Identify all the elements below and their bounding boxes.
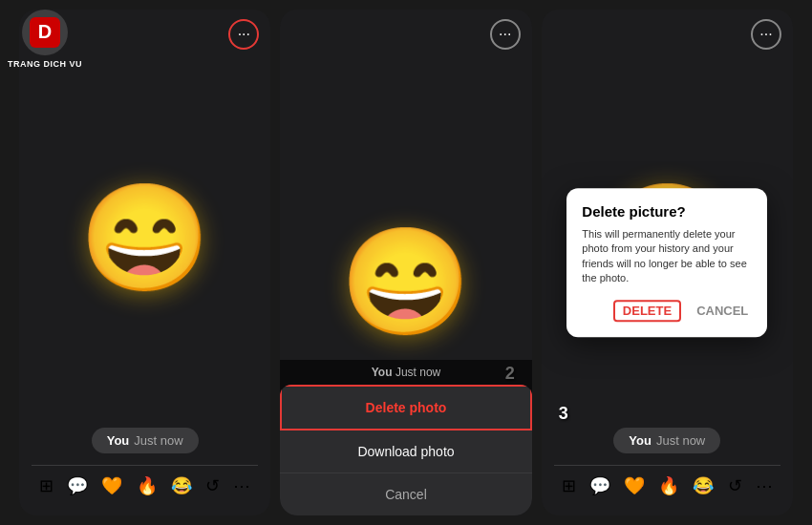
more-dots-icon: ··· xyxy=(238,26,250,43)
heart-icon-p3[interactable]: 🧡 xyxy=(620,473,649,498)
more-options-button-panel2[interactable]: ··· xyxy=(490,19,521,50)
comment-icon[interactable]: 💬 xyxy=(63,473,92,498)
svg-text:D: D xyxy=(38,21,52,42)
dialog-cancel-button[interactable]: CANCEL xyxy=(693,302,752,320)
grid-icon[interactable]: ⊞ xyxy=(35,473,57,498)
cancel-option[interactable]: Cancel xyxy=(280,473,531,515)
panel2-blur-message: You Just now xyxy=(280,360,531,385)
laugh-icon[interactable]: 😂 xyxy=(167,473,196,498)
panel3-time: Just now xyxy=(656,433,705,448)
delete-photo-option[interactable]: Delete photo xyxy=(280,385,531,430)
panel3-message-bubble: You Just now xyxy=(613,428,720,453)
watermark: D TRANG DICH VU xyxy=(8,8,82,70)
watermark-text: TRANG DICH VU xyxy=(8,59,82,70)
react-icon-p3[interactable]: ↺ xyxy=(724,473,746,498)
dialog-actions: DELETE CANCEL xyxy=(582,300,752,322)
panel-2: ··· 😄 You Just now Delete photo Download… xyxy=(280,10,531,515)
share-icon[interactable]: ⋯ xyxy=(229,473,254,498)
react-icon[interactable]: ↺ xyxy=(202,473,224,498)
context-menu: Delete photo Download photo Cancel xyxy=(280,385,531,515)
panel2-blur-time: Just now xyxy=(395,366,440,379)
panel-3: ··· 😄 You Just now ⊞ 💬 🧡 🔥 😂 ↺ ⋯ Delete … xyxy=(542,10,793,515)
panel1-reaction-bar: ⊞ 💬 🧡 🔥 😂 ↺ ⋯ xyxy=(32,465,258,506)
panels-container: ··· 1 😄 You Just now ⊞ 💬 🧡 🔥 😂 ↺ ⋯ ··· xyxy=(14,10,798,515)
emoji-display-panel1: 😄 xyxy=(79,185,210,290)
dialog-body: This will permanently delete your photo … xyxy=(582,227,752,286)
panel1-sender: You xyxy=(107,433,130,448)
panel3-reaction-bar: ⊞ 💬 🧡 🔥 😂 ↺ ⋯ xyxy=(554,465,780,506)
download-photo-label: Download photo xyxy=(357,444,454,459)
grid-icon-p3[interactable]: ⊞ xyxy=(558,473,580,498)
step-3-badge: 3 xyxy=(559,404,568,424)
laugh-icon-p3[interactable]: 😂 xyxy=(689,473,717,498)
more-options-button-panel3[interactable]: ··· xyxy=(751,19,781,50)
fire-icon-p3[interactable]: 🔥 xyxy=(654,473,683,498)
panel2-topbar: ··· xyxy=(280,10,531,59)
delete-photo-label: Delete photo xyxy=(366,400,447,415)
panel1-time: Just now xyxy=(134,433,182,448)
emoji-display-panel2: 😄 xyxy=(340,229,471,334)
dialog-delete-button[interactable]: DELETE xyxy=(613,300,681,322)
fire-icon[interactable]: 🔥 xyxy=(133,473,161,498)
panel1-message-bubble: You Just now xyxy=(92,428,199,453)
download-photo-option[interactable]: Download photo xyxy=(280,430,531,473)
panel1-emoji-area: 😄 xyxy=(19,10,270,428)
more-dots-icon-3: ··· xyxy=(759,26,772,43)
heart-icon[interactable]: 🧡 xyxy=(97,473,126,498)
dialog-title: Delete picture? xyxy=(582,203,752,220)
comment-icon-p3[interactable]: 💬 xyxy=(586,473,614,498)
watermark-logo: D xyxy=(20,8,70,57)
panel3-sender: You xyxy=(629,433,652,448)
cancel-label: Cancel xyxy=(385,487,427,502)
more-options-button-panel1[interactable]: ··· xyxy=(228,19,259,50)
share-icon-p3[interactable]: ⋯ xyxy=(752,473,777,498)
panel-1: ··· 1 😄 You Just now ⊞ 💬 🧡 🔥 😂 ↺ ⋯ xyxy=(19,10,270,515)
more-dots-icon-2: ··· xyxy=(499,26,511,43)
panel3-topbar: ··· xyxy=(542,10,793,59)
panel2-blur-sender: You xyxy=(372,366,393,379)
context-menu-overlay: You Just now Delete photo Download photo… xyxy=(280,360,531,515)
delete-dialog: Delete picture? This will permanently de… xyxy=(566,188,767,337)
